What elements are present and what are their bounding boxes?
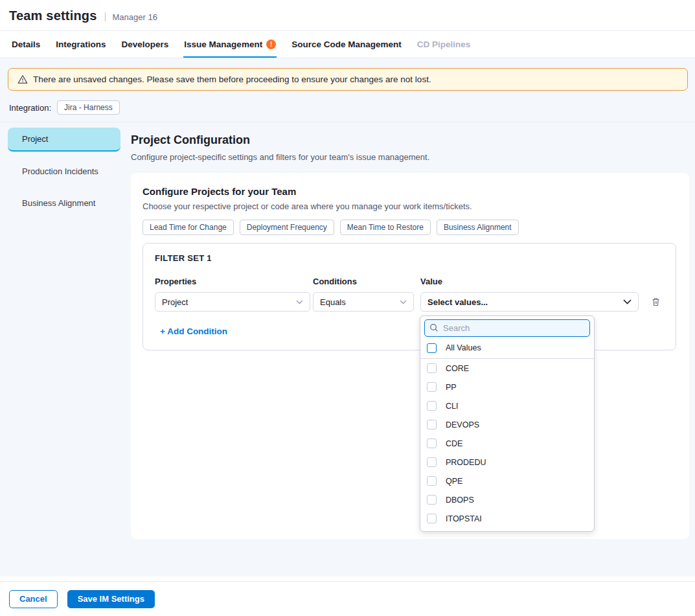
integration-row: Integration: Jira - Harness (0, 91, 695, 122)
option-cde[interactable]: CDE (420, 434, 594, 453)
card-title: Configure Projects for your Team (142, 186, 678, 197)
section-sidebar: Project Production Incidents Business Al… (0, 122, 120, 539)
option-label: CLI (446, 402, 458, 411)
unsaved-changes-banner: There are unsaved changes. Please save t… (8, 68, 688, 91)
footer-actions: Cancel Save IM Settings (0, 581, 695, 616)
option-dbops[interactable]: DBOPS (420, 490, 594, 509)
main-panel: Project Configuration Configure project-… (120, 122, 695, 539)
properties-column-header: Properties (155, 277, 313, 286)
settings-tabbar: Details Integrations Developers Issue Ma… (0, 31, 695, 58)
configure-projects-card: Configure Projects for your Team Choose … (131, 173, 689, 539)
dropdown-search-input[interactable] (424, 319, 590, 337)
option-checkbox[interactable] (427, 382, 437, 392)
metric-tags-row: Lead Time for Change Deployment Frequenc… (142, 220, 678, 235)
integration-label: Integration: (9, 103, 51, 113)
all-values-checkbox[interactable] (427, 343, 437, 353)
option-checkbox[interactable] (427, 495, 437, 505)
option-checkbox[interactable] (427, 476, 437, 486)
option-qpe[interactable]: QPE (420, 472, 594, 490)
option-prodedu[interactable]: PRODEDU (420, 453, 594, 472)
properties-select[interactable]: Project (155, 292, 310, 312)
card-subtitle: Choose your respective project or code a… (142, 201, 678, 211)
option-label: DEVOPS (446, 420, 479, 429)
add-condition-button[interactable]: + Add Condition (160, 326, 227, 336)
tab-cd-pipelines-label: CD Pipelines (417, 40, 471, 49)
value-column-header: Value (420, 277, 639, 286)
option-pp[interactable]: PP (420, 378, 594, 396)
banner-wrap: There are unsaved changes. Please save t… (0, 58, 695, 91)
tag-mean-time-to-restore[interactable]: Mean Time to Restore (340, 220, 431, 235)
sidebar-item-project[interactable]: Project (8, 128, 120, 152)
title-separator: | (104, 10, 107, 21)
sidebar-item-production-incidents-label: Production Incidents (22, 166, 98, 176)
option-label: PRODEDU (446, 458, 486, 467)
option-checkbox[interactable] (427, 420, 437, 429)
option-cli[interactable]: CLI (420, 396, 594, 415)
chevron-down-icon (296, 300, 303, 304)
tab-source-code-management-label: Source Code Management (291, 40, 402, 49)
search-icon (429, 323, 439, 335)
tab-details-label: Details (12, 40, 40, 49)
option-checkbox[interactable] (427, 439, 437, 448)
tag-business-alignment[interactable]: Business Alignment (437, 220, 519, 235)
settings-content-region: There are unsaved changes. Please save t… (0, 58, 695, 576)
warning-triangle-icon (17, 74, 28, 84)
sidebar-item-business-alignment[interactable]: Business Alignment (8, 191, 120, 215)
conditions-select[interactable]: Equals (313, 292, 414, 312)
value-select-placeholder: Select values... (427, 297, 488, 307)
sidebar-item-project-label: Project (22, 134, 48, 144)
team-name-label: Manager 16 (113, 10, 157, 22)
option-checkbox[interactable] (427, 514, 437, 523)
tab-details[interactable]: Details (11, 40, 41, 58)
page-header: Team settings | Manager 16 (0, 0, 695, 31)
option-checkbox[interactable] (427, 457, 437, 467)
option-itopstai[interactable]: ITOPSTAI (420, 509, 594, 528)
page-title: Team settings (9, 8, 97, 23)
integration-chip[interactable]: Jira - Harness (57, 100, 120, 115)
option-checkbox[interactable] (427, 363, 437, 373)
option-label: QPE (446, 477, 462, 486)
option-pipe[interactable]: PIPE (420, 528, 594, 532)
section-title: Project Configuration (131, 133, 689, 147)
filter-set-1: FILTER SET 1 Properties Conditions Value… (142, 243, 676, 350)
tab-cd-pipelines: CD Pipelines (416, 40, 472, 58)
option-label: CORE (446, 364, 469, 373)
delete-condition-button[interactable] (651, 297, 661, 307)
tag-lead-time-for-change[interactable]: Lead Time for Change (142, 220, 234, 235)
filter-column-headers: Properties Conditions Value (155, 277, 664, 286)
section-subtitle: Configure project-specific settings and … (131, 152, 689, 162)
save-im-settings-button[interactable]: Save IM Settings (67, 590, 155, 608)
value-dropdown-panel: All Values CORE PP CLI (420, 315, 595, 532)
content-row: Project Production Incidents Business Al… (0, 122, 695, 539)
dropdown-search-wrap (420, 316, 594, 339)
tab-developers-label: Developers (122, 40, 169, 49)
cancel-button[interactable]: Cancel (9, 590, 58, 608)
filter-set-title: FILTER SET 1 (155, 253, 664, 263)
conditions-select-value: Equals (320, 297, 346, 307)
chevron-down-icon (400, 300, 407, 304)
tab-issue-management[interactable]: Issue Management ! (183, 40, 277, 58)
properties-select-value: Project (162, 297, 188, 307)
tab-integrations-label: Integrations (56, 40, 106, 49)
value-multiselect[interactable]: Select values... (420, 292, 639, 312)
option-label: ITOPSTAI (446, 514, 482, 523)
option-label: DBOPS (446, 496, 474, 505)
tab-issue-management-label: Issue Management (184, 40, 262, 49)
filter-condition-row: Project Equals Select valu (155, 292, 664, 312)
option-all-values[interactable]: All Values (420, 339, 594, 356)
option-label: PP (446, 383, 457, 392)
sidebar-item-production-incidents[interactable]: Production Incidents (8, 159, 120, 183)
chevron-down-icon (623, 299, 632, 304)
banner-text: There are unsaved changes. Please save t… (33, 74, 431, 84)
option-core[interactable]: CORE (420, 359, 594, 378)
option-checkbox[interactable] (427, 401, 437, 411)
unsaved-warning-badge: ! (266, 40, 276, 49)
conditions-column-header: Conditions (313, 277, 420, 286)
sidebar-item-business-alignment-label: Business Alignment (22, 198, 95, 208)
option-devops[interactable]: DEVOPS (420, 415, 594, 434)
tag-deployment-frequency[interactable]: Deployment Frequency (240, 220, 334, 235)
tab-integrations[interactable]: Integrations (55, 40, 106, 58)
tab-source-code-management[interactable]: Source Code Management (291, 40, 402, 58)
option-label: CDE (446, 439, 462, 448)
tab-developers[interactable]: Developers (121, 40, 170, 58)
